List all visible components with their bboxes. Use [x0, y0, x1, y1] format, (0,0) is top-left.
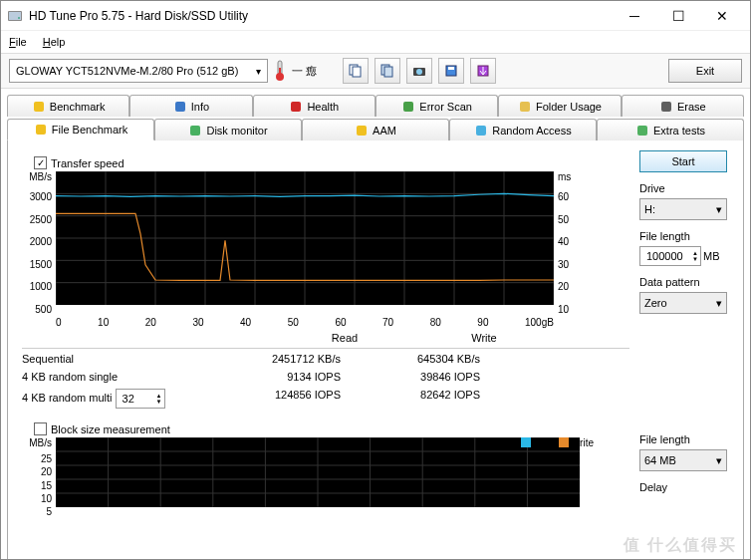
save-log-button[interactable]: [438, 58, 464, 84]
result-read: 124856 IOPS: [221, 389, 361, 409]
file-length2-dropdown[interactable]: 64 MB▾: [639, 449, 727, 471]
menu-help[interactable]: Help: [43, 36, 66, 48]
tab-erase[interactable]: Erase: [622, 95, 744, 117]
copy-info-button[interactable]: [343, 58, 369, 84]
tab-disk-monitor[interactable]: Disk monitor: [154, 119, 302, 140]
data-pattern-label: Data pattern: [639, 276, 729, 288]
svg-rect-16: [175, 102, 185, 112]
result-read: 9134 IOPS: [221, 371, 361, 383]
chevron-down-icon: ▾: [716, 203, 722, 216]
data-pattern-dropdown[interactable]: Zero▾: [639, 292, 727, 314]
svg-rect-25: [637, 126, 647, 136]
tab-icon: [355, 124, 369, 138]
start-button[interactable]: Start: [639, 150, 727, 172]
svg-rect-18: [403, 102, 413, 112]
block-size-label: Block size measurement: [51, 423, 170, 435]
svg-rect-15: [34, 102, 44, 112]
transfer-speed-label: Transfer speed: [51, 157, 125, 169]
block-chart: [56, 437, 580, 507]
copy-screenshot-button[interactable]: [375, 58, 400, 84]
svg-rect-13: [448, 67, 454, 70]
drive-dropdown-value: GLOWAY YCT512NVMe-M.2/80 Pro (512 gB): [16, 65, 238, 77]
menubar: File Help: [1, 31, 750, 53]
block-size-checkbox[interactable]: [34, 422, 47, 435]
tab-info[interactable]: Info: [129, 95, 252, 117]
tab-error-scan[interactable]: Error Scan: [376, 95, 498, 117]
app-icon: [7, 8, 23, 24]
spinner-arrows-icon[interactable]: ▲▼: [692, 250, 698, 262]
close-button[interactable]: ✕: [700, 2, 744, 30]
tab-aam[interactable]: AAM: [302, 119, 449, 140]
exit-button[interactable]: Exit: [668, 59, 742, 83]
app-window: HD Tune Pro 5.75 - Hard Disk/SSD Utility…: [0, 0, 751, 560]
tab-strip: BenchmarkInfoHealthError ScanFolder Usag…: [1, 89, 750, 140]
chevron-down-icon: ▾: [256, 66, 261, 77]
svg-rect-5: [279, 68, 281, 76]
svg-rect-20: [661, 102, 671, 112]
tab-benchmark[interactable]: Benchmark: [7, 95, 129, 117]
file-length2-label: File length: [639, 433, 729, 445]
chevron-down-icon: ▾: [716, 297, 722, 310]
svg-rect-9: [384, 67, 392, 77]
result-write: 39846 IOPS: [361, 371, 500, 383]
tab-health[interactable]: Health: [253, 95, 376, 117]
tab-icon: [34, 123, 48, 137]
options-button[interactable]: [470, 58, 496, 84]
results-table: Sequential2451712 KB/s645304 KB/s4 KB ra…: [22, 348, 629, 409]
menu-file[interactable]: File: [9, 36, 27, 48]
tab-random-access[interactable]: Random Access: [449, 119, 597, 140]
svg-rect-7: [353, 67, 361, 77]
window-title: HD Tune Pro 5.75 - Hard Disk/SSD Utility: [29, 9, 613, 23]
tab-icon: [289, 100, 303, 114]
thermometer-icon: [274, 60, 286, 82]
side-panel: Start Drive H:▾ File length 100000▲▼ MB …: [629, 150, 729, 560]
transfer-chart: [56, 171, 554, 305]
svg-rect-24: [476, 126, 486, 136]
tab-folder-usage[interactable]: Folder Usage: [498, 95, 621, 117]
transfer-speed-checkbox[interactable]: ✓: [34, 156, 47, 169]
drive-letter-dropdown[interactable]: H:▾: [639, 198, 727, 220]
multi-depth-input[interactable]: 32▲▼: [116, 389, 165, 409]
temperature-value: 一 瘛: [292, 64, 317, 79]
tab-extra-tests[interactable]: Extra tests: [597, 119, 744, 140]
svg-rect-23: [357, 126, 367, 136]
result-write: 645304 KB/s: [361, 353, 500, 365]
chevron-down-icon: ▾: [716, 454, 722, 467]
svg-rect-17: [291, 102, 301, 112]
drive-dropdown[interactable]: GLOWAY YCT512NVMe-M.2/80 Pro (512 gB) ▾: [9, 59, 268, 83]
tab-icon: [401, 100, 415, 114]
file-length-label: File length: [639, 230, 729, 242]
tab-file-benchmark[interactable]: File Benchmark: [7, 119, 154, 140]
toolbar: GLOWAY YCT512NVMe-M.2/80 Pro (512 gB) ▾ …: [1, 53, 750, 89]
svg-point-2: [18, 17, 20, 19]
tab-icon: [32, 100, 46, 114]
file-length-input[interactable]: 100000▲▼: [639, 246, 701, 266]
save-screenshot-button[interactable]: [406, 58, 432, 84]
tab-icon: [659, 100, 673, 114]
tab-content: ✓ Transfer speed MB/s 300025002000150010…: [7, 140, 744, 560]
svg-rect-22: [190, 126, 200, 136]
maximize-button[interactable]: ☐: [656, 2, 700, 30]
tab-icon: [635, 124, 649, 138]
result-label: 4 KB random single: [22, 371, 221, 383]
result-label: 4 KB random multi 32▲▼: [22, 389, 221, 409]
delay-label: Delay: [639, 481, 729, 493]
minimize-button[interactable]: ─: [613, 2, 656, 30]
svg-point-11: [416, 69, 422, 75]
result-write: 82642 IOPS: [361, 389, 500, 409]
tab-icon: [173, 100, 187, 114]
result-label: Sequential: [22, 353, 221, 365]
result-read: 2451712 KB/s: [221, 353, 361, 365]
chart2-legend: read write: [521, 437, 594, 448]
svg-rect-19: [520, 102, 530, 112]
tab-icon: [518, 100, 532, 114]
tab-icon: [474, 124, 488, 138]
tab-icon: [188, 124, 202, 138]
drive-label: Drive: [639, 182, 729, 194]
titlebar: HD Tune Pro 5.75 - Hard Disk/SSD Utility…: [1, 1, 750, 31]
svg-rect-21: [36, 125, 46, 135]
